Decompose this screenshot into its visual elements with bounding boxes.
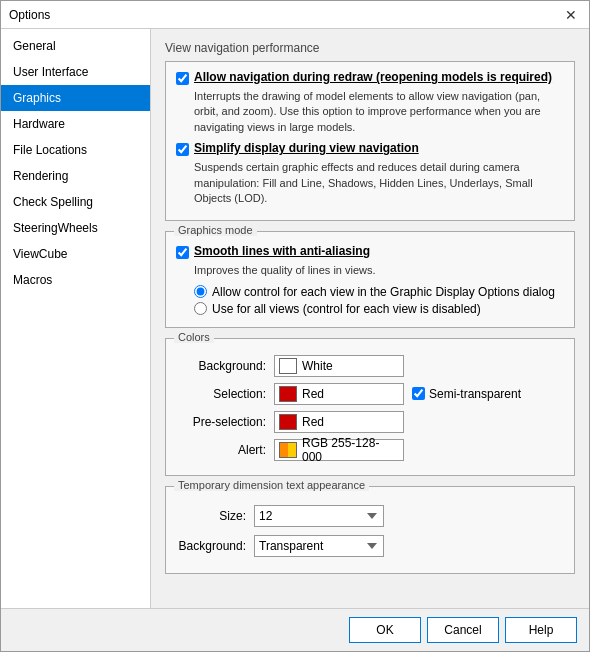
sidebar-item-hardware[interactable]: Hardware <box>1 111 150 137</box>
semi-transparent-row: Semi-transparent <box>412 387 521 401</box>
allow-nav-checkbox[interactable] <box>176 72 189 85</box>
title-bar: Options ✕ <box>1 1 589 29</box>
selection-color-label: Selection: <box>176 387 266 401</box>
smooth-lines-label: Smooth lines with anti-aliasing <box>194 244 370 258</box>
close-button[interactable]: ✕ <box>561 8 581 22</box>
dim-bg-label: Background: <box>176 539 246 553</box>
sidebar-item-viewcube[interactable]: ViewCube <box>1 241 150 267</box>
sidebar: General User Interface Graphics Hardware… <box>1 29 151 608</box>
alert-color-picker[interactable]: RGB 255-128-000 <box>274 439 404 461</box>
sidebar-item-macros[interactable]: Macros <box>1 267 150 293</box>
size-label: Size: <box>176 509 246 523</box>
preselection-color-row: Pre-selection: Red <box>176 411 564 433</box>
sidebar-item-graphics[interactable]: Graphics <box>1 85 150 111</box>
semi-transparent-checkbox[interactable] <box>412 387 425 400</box>
allow-nav-row: Allow navigation during redraw (reopenin… <box>176 70 564 85</box>
preselection-color-picker[interactable]: Red <box>274 411 404 433</box>
sidebar-item-user-interface[interactable]: User Interface <box>1 59 150 85</box>
selection-color-picker[interactable]: Red <box>274 383 404 405</box>
ok-button[interactable]: OK <box>349 617 421 643</box>
smooth-lines-checkbox[interactable] <box>176 246 189 259</box>
dim-bg-select[interactable]: Transparent Opaque <box>254 535 384 557</box>
selection-color-name: Red <box>302 387 324 401</box>
options-window: Options ✕ General User Interface Graphic… <box>0 0 590 652</box>
dim-section-label: Temporary dimension text appearance <box>174 479 369 491</box>
colors-section-label: Colors <box>174 331 214 343</box>
view-nav-group: Allow navigation during redraw (reopenin… <box>165 61 575 221</box>
radio2-input[interactable] <box>194 302 207 315</box>
simplify-display-label: Simplify display during view navigation <box>194 141 419 155</box>
radio1-label: Allow control for each view in the Graph… <box>212 285 555 299</box>
radio2-label: Use for all views (control for each view… <box>212 302 481 316</box>
smooth-lines-desc: Improves the quality of lines in views. <box>194 263 564 278</box>
alert-color-row: Alert: RGB 255-128-000 <box>176 439 564 461</box>
content-area: General User Interface Graphics Hardware… <box>1 29 589 608</box>
bg-color-picker[interactable]: White <box>274 355 404 377</box>
simplify-display-desc: Suspends certain graphic effects and red… <box>194 160 564 206</box>
size-select[interactable]: 8 9 10 11 12 14 16 <box>254 505 384 527</box>
simplify-display-row: Simplify display during view navigation <box>176 141 564 156</box>
size-row: Size: 8 9 10 11 12 14 16 <box>176 505 564 527</box>
sidebar-item-steeringwheels[interactable]: SteeringWheels <box>1 215 150 241</box>
bg-color-swatch <box>279 358 297 374</box>
sidebar-item-general[interactable]: General <box>1 33 150 59</box>
sidebar-item-rendering[interactable]: Rendering <box>1 163 150 189</box>
radio2-row: Use for all views (control for each view… <box>194 302 564 316</box>
preselection-color-name: Red <box>302 415 324 429</box>
footer: OK Cancel Help <box>1 608 589 651</box>
background-color-row: Background: White <box>176 355 564 377</box>
main-panel: View navigation performance Allow naviga… <box>151 29 589 608</box>
selection-color-swatch <box>279 386 297 402</box>
colors-group: Colors Background: White Selection: <box>165 338 575 476</box>
radio1-row: Allow control for each view in the Graph… <box>194 285 564 299</box>
window-title: Options <box>9 8 50 22</box>
sidebar-item-check-spelling[interactable]: Check Spelling <box>1 189 150 215</box>
selection-color-row: Selection: Red Semi-transparent <box>176 383 564 405</box>
help-button[interactable]: Help <box>505 617 577 643</box>
semi-transparent-label: Semi-transparent <box>429 387 521 401</box>
dim-section: Temporary dimension text appearance Size… <box>165 486 575 574</box>
graphics-mode-group: Graphics mode Smooth lines with anti-ali… <box>165 231 575 327</box>
simplify-display-checkbox[interactable] <box>176 143 189 156</box>
radio1-input[interactable] <box>194 285 207 298</box>
graphics-mode-label: Graphics mode <box>174 224 257 236</box>
bg-color-name: White <box>302 359 333 373</box>
alert-color-label: Alert: <box>176 443 266 457</box>
allow-nav-label: Allow navigation during redraw (reopenin… <box>194 70 552 84</box>
bg-color-label: Background: <box>176 359 266 373</box>
preselection-color-swatch <box>279 414 297 430</box>
view-nav-section-title: View navigation performance <box>165 41 575 55</box>
allow-nav-desc: Interrupts the drawing of model elements… <box>194 89 564 135</box>
sidebar-item-file-locations[interactable]: File Locations <box>1 137 150 163</box>
preselection-color-label: Pre-selection: <box>176 415 266 429</box>
alert-color-swatch <box>279 442 297 458</box>
smooth-lines-row: Smooth lines with anti-aliasing <box>176 244 564 259</box>
dim-bg-row: Background: Transparent Opaque <box>176 535 564 557</box>
alert-color-name: RGB 255-128-000 <box>302 436 399 464</box>
cancel-button[interactable]: Cancel <box>427 617 499 643</box>
